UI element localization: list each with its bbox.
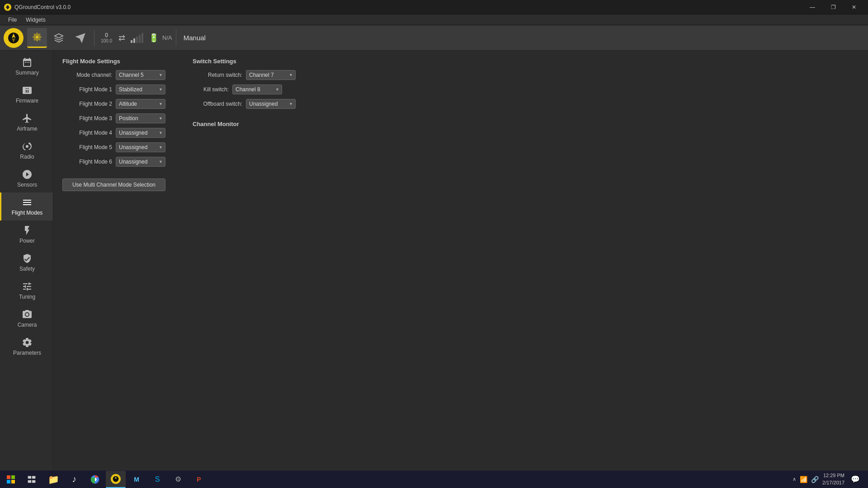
flight-mode-6-row: Flight Mode 6StabilizedAltitudePositionU…: [62, 157, 165, 167]
svg-rect-9: [28, 476, 31, 479]
svg-rect-12: [32, 480, 36, 483]
signal-display: 0 100.0: [98, 32, 115, 43]
svg-rect-6: [11, 475, 15, 479]
sidebar-item-airframe[interactable]: Airframe: [0, 108, 53, 136]
offboard-switch-select[interactable]: Unassigned Channel 1 Channel 2 Channel 7…: [246, 99, 296, 109]
sidebar-item-radio[interactable]: Radio: [0, 136, 53, 164]
taskbar-time-display: 12:29 PM 2/17/2017: [822, 472, 844, 486]
taskbar-powerpoint[interactable]: P: [189, 471, 209, 488]
flight-mode-settings-title: Flight Mode Settings: [62, 58, 165, 65]
sidebar-item-tuning[interactable]: Tuning: [0, 277, 53, 305]
flight-mode-4-select-wrapper: StabilizedAltitudePositionUnassignedAcro…: [116, 128, 165, 138]
mode-channel-row: Mode channel: Channel 5 Channel 1 Channe…: [62, 70, 165, 80]
vehicle-setup-button[interactable]: [49, 28, 69, 48]
mode-channel-select-wrapper: Channel 5 Channel 1 Channel 2 Channel 3 …: [116, 70, 165, 80]
signal-value: 0: [105, 32, 108, 38]
maximize-button[interactable]: ❐: [823, 0, 844, 14]
sidebar: Summary Firmware Airframe Radio Sensors …: [0, 51, 53, 470]
app-logo-button[interactable]: [4, 28, 24, 48]
flight-mode-6-select[interactable]: StabilizedAltitudePositionUnassignedAcro…: [116, 157, 165, 167]
sidebar-item-flight-modes[interactable]: Flight Modes: [0, 192, 53, 221]
close-button[interactable]: ✕: [844, 0, 864, 14]
switch-settings-title: Switch Settings: [193, 58, 296, 65]
notification-button[interactable]: 💬: [848, 472, 863, 487]
flight-mode-2-select[interactable]: StabilizedAltitudePositionUnassignedAcro…: [116, 99, 165, 109]
start-button[interactable]: [0, 470, 22, 488]
settings-button[interactable]: [27, 28, 47, 48]
svg-rect-7: [7, 480, 10, 483]
minimize-button[interactable]: —: [802, 0, 823, 14]
taskbar-file-explorer[interactable]: 📁: [43, 471, 63, 488]
link-icon: ⇄: [117, 33, 127, 43]
taskbar-settings-app[interactable]: ⚙: [168, 471, 188, 488]
return-switch-label: Return switch:: [193, 72, 242, 78]
systray-link: 🔗: [811, 476, 819, 483]
sidebar-label-parameters: Parameters: [13, 350, 41, 356]
svg-marker-3: [76, 33, 85, 42]
sidebar-item-summary[interactable]: Summary: [0, 52, 53, 80]
taskbar-systray: ∧ 📶 🔗 12:29 PM 2/17/2017 💬: [787, 472, 868, 487]
current-time: 12:29 PM: [822, 472, 844, 479]
toolbar: 0 100.0 ⇄ 🔋 N/A Manual: [0, 25, 868, 51]
sidebar-item-safety[interactable]: Safety: [0, 249, 53, 277]
menu-bar: File Widgets: [0, 14, 868, 25]
systray-wifi: 📶: [800, 476, 807, 483]
fly-button[interactable]: [71, 28, 90, 48]
sidebar-label-summary: Summary: [15, 70, 38, 76]
svg-rect-10: [32, 476, 36, 479]
flight-mode-2-label: Flight Mode 2: [62, 101, 112, 107]
sidebar-label-airframe: Airframe: [17, 126, 37, 132]
sidebar-item-power[interactable]: Power: [0, 221, 53, 249]
title-bar: QGroundControl v3.0.0 — ❐ ✕: [0, 0, 868, 14]
task-view-button[interactable]: [22, 471, 42, 488]
flight-mode-4-select[interactable]: StabilizedAltitudePositionUnassignedAcro…: [116, 128, 165, 138]
flight-mode-1-row: Flight Mode 1StabilizedAltitudePositionU…: [62, 84, 165, 94]
flight-mode-5-select[interactable]: StabilizedAltitudePositionUnassignedAcro…: [116, 142, 165, 152]
flight-mode-settings-col: Flight Mode Settings Mode channel: Chann…: [62, 58, 165, 191]
offboard-switch-label: Offboard switch:: [193, 101, 242, 107]
taskbar-skype[interactable]: S: [147, 471, 167, 488]
flight-mode-2-row: Flight Mode 2StabilizedAltitudePositionU…: [62, 99, 165, 109]
menu-widgets[interactable]: Widgets: [21, 14, 50, 25]
content-area: Flight Mode Settings Mode channel: Chann…: [53, 51, 868, 470]
settings-grid: Flight Mode Settings Mode channel: Chann…: [62, 58, 859, 191]
sidebar-item-firmware[interactable]: Firmware: [0, 80, 53, 108]
return-switch-select-wrapper: Channel 7 Unassigned Channel 1 Channel 2: [246, 70, 296, 80]
taskbar-music[interactable]: ♪: [64, 471, 84, 488]
taskbar-mission-planner[interactable]: M: [127, 471, 146, 488]
flight-modes-list: Flight Mode 1StabilizedAltitudePositionU…: [62, 84, 165, 171]
flight-mode-1-select[interactable]: StabilizedAltitudePositionUnassignedAcro…: [116, 84, 165, 94]
kill-switch-select-wrapper: Channel 8 Unassigned Channel 1 Channel 2: [232, 84, 282, 94]
svg-point-4: [26, 145, 28, 148]
battery-icon: 🔋: [147, 33, 160, 43]
flight-mode-6-label: Flight Mode 6: [62, 159, 112, 165]
main-layout: Summary Firmware Airframe Radio Sensors …: [0, 51, 868, 470]
flight-mode-3-select-wrapper: StabilizedAltitudePositionUnassignedAcro…: [116, 113, 165, 123]
return-switch-select[interactable]: Channel 7 Unassigned Channel 1 Channel 2: [246, 70, 296, 80]
menu-file[interactable]: File: [4, 14, 21, 25]
sidebar-item-camera[interactable]: Camera: [0, 305, 53, 333]
svg-rect-8: [11, 480, 15, 483]
switch-settings-col: Switch Settings Return switch: Channel 7…: [193, 58, 296, 191]
flight-mode-label: Manual: [184, 34, 206, 42]
flight-mode-5-select-wrapper: StabilizedAltitudePositionUnassignedAcro…: [116, 142, 165, 152]
flight-mode-3-row: Flight Mode 3StabilizedAltitudePositionU…: [62, 113, 165, 123]
flight-mode-4-label: Flight Mode 4: [62, 130, 112, 136]
flight-mode-6-select-wrapper: StabilizedAltitudePositionUnassignedAcro…: [116, 157, 165, 167]
svg-rect-11: [28, 480, 31, 483]
kill-switch-select[interactable]: Channel 8 Unassigned Channel 1 Channel 2: [232, 84, 282, 94]
flight-mode-3-select[interactable]: StabilizedAltitudePositionUnassignedAcro…: [116, 113, 165, 123]
signal-percent: 100.0: [101, 38, 112, 43]
sidebar-item-parameters[interactable]: Parameters: [0, 333, 53, 361]
sidebar-item-sensors[interactable]: Sensors: [0, 164, 53, 192]
taskbar-chrome[interactable]: [85, 471, 105, 488]
offboard-switch-row: Offboard switch: Unassigned Channel 1 Ch…: [193, 99, 296, 109]
svg-rect-5: [7, 475, 10, 479]
flight-mode-4-row: Flight Mode 4StabilizedAltitudePositionU…: [62, 128, 165, 138]
sidebar-label-camera: Camera: [18, 322, 37, 328]
flight-mode-1-label: Flight Mode 1: [62, 86, 112, 93]
multi-channel-btn[interactable]: Use Multi Channel Mode Selection: [62, 178, 165, 191]
systray-chevron[interactable]: ∧: [793, 476, 796, 482]
taskbar-qgc[interactable]: [106, 471, 126, 488]
mode-channel-select[interactable]: Channel 5 Channel 1 Channel 2 Channel 3 …: [116, 70, 165, 80]
